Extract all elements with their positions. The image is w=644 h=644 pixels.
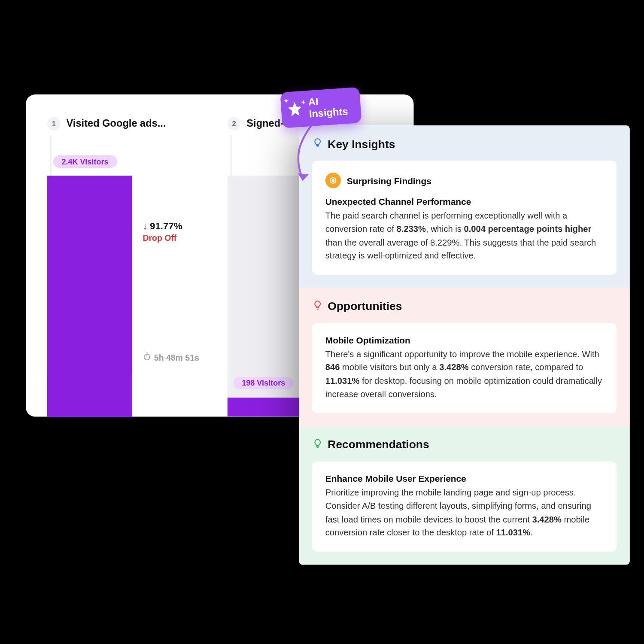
section-heading: Opportunities: [328, 300, 402, 313]
dropoff-info: ↓ 91.77% Drop Off: [143, 221, 182, 243]
key-insights-section: Key Insights Surprising Findings Unexpec…: [299, 125, 630, 288]
insights-panel: Key Insights Surprising Findings Unexpec…: [299, 125, 630, 565]
svg-point-0: [144, 354, 150, 360]
star-icon: ✦ ✦: [285, 98, 304, 121]
insight-card[interactable]: Mobile Optimization There's a significan…: [312, 323, 617, 413]
card-title: Unexpected Channel Performance: [325, 197, 604, 207]
svg-point-2: [332, 179, 334, 182]
card-body: The paid search channel is performing ex…: [325, 209, 604, 263]
step-number: 1: [47, 117, 61, 131]
insight-card[interactable]: Surprising Findings Unexpected Channel P…: [312, 161, 617, 274]
card-title: Enhance Mobile User Experience: [325, 473, 604, 483]
arrow-curve-icon: [276, 119, 330, 191]
funnel-bar[interactable]: [47, 176, 132, 417]
card-tag: Surprising Findings: [347, 175, 431, 185]
ai-badge-label: AI Insights: [308, 94, 352, 120]
section-heading: Recommendations: [328, 438, 429, 452]
visitor-pill: 2.4K Visitors: [53, 155, 117, 168]
funnel-step-1[interactable]: 1 Visited Google ads... 2.4K Visitors ↓ …: [47, 117, 212, 417]
insight-card[interactable]: Enhance Mobile User Experience Prioritiz…: [312, 462, 617, 552]
avg-time-value: 5h 48m 51s: [154, 352, 199, 362]
dropoff-percent: 91.77%: [150, 221, 182, 232]
step-number: 2: [228, 117, 241, 131]
card-body: There's a significant opportunity to imp…: [325, 347, 604, 401]
card-body: Prioritize improving the mobile landing …: [325, 486, 604, 539]
avg-time: 5h 48m 51s: [143, 352, 199, 362]
ai-insights-badge[interactable]: ✦ ✦ AI Insights: [280, 87, 361, 128]
stopwatch-icon: [143, 352, 151, 362]
arrow-down-icon: ↓: [143, 221, 147, 232]
bar-track: [47, 176, 132, 417]
recommendations-section: Recommendations Enhance Mobile User Expe…: [299, 426, 630, 564]
visitor-pill: 198 Visitors: [234, 377, 294, 389]
step-title: Visited Google ads...: [67, 118, 166, 130]
dropoff-label: Drop Off: [143, 233, 182, 242]
card-title: Mobile Optimization: [325, 335, 604, 345]
lightbulb-icon: [312, 300, 323, 313]
lightbulb-icon: [312, 438, 323, 452]
opportunities-section: Opportunities Mobile Optimization There'…: [299, 288, 630, 426]
section-heading: Key Insights: [328, 138, 395, 151]
